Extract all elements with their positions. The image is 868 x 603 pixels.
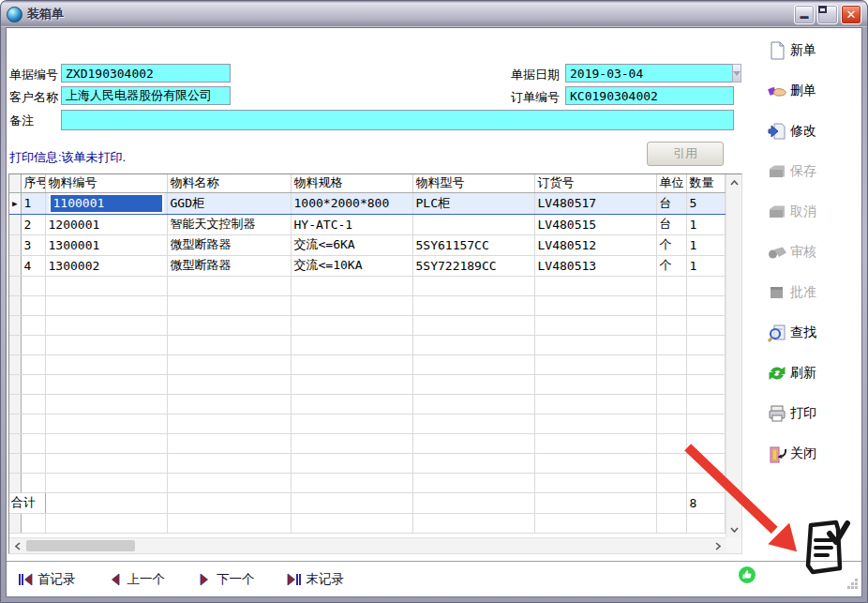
table-row[interactable] <box>9 354 725 374</box>
cell[interactable] <box>412 214 534 234</box>
cell[interactable]: HY-ATC-1 <box>291 214 412 234</box>
cell[interactable]: 1 <box>686 214 725 234</box>
col-header[interactable]: 订货号 <box>534 174 656 192</box>
cell[interactable]: 1 <box>686 255 725 276</box>
col-header[interactable]: 物料名称 <box>167 174 291 192</box>
cell[interactable]: 3 <box>21 234 45 255</box>
client-area: 单据编号 客户名称 备注 单据日期 订单编号 打印信息:该单未打印. 引用 <box>6 27 862 597</box>
cell[interactable]: LV480517 <box>534 192 656 214</box>
col-header[interactable]: 数量 <box>686 174 725 192</box>
doc-date-dropdown-button[interactable] <box>732 64 741 83</box>
refresh-button[interactable]: 刷新 <box>767 362 849 384</box>
table-row[interactable] <box>9 453 725 473</box>
resize-grip[interactable] <box>846 577 859 594</box>
checked-document-icon[interactable] <box>801 518 850 578</box>
save-button[interactable]: 保存 <box>767 160 849 183</box>
col-header[interactable]: 物料型号 <box>412 174 534 192</box>
cell[interactable]: 个 <box>656 234 686 255</box>
active-cell-editor[interactable]: 1100001 <box>49 193 164 214</box>
cell[interactable]: 个 <box>656 255 686 276</box>
cell[interactable]: 1200001 <box>45 214 167 234</box>
col-header[interactable]: 序号 <box>21 174 45 192</box>
cell[interactable]: 1100001 <box>45 192 167 214</box>
cell[interactable]: 5SY722189CC <box>412 255 534 276</box>
cell[interactable]: 5SY61157CC <box>412 234 534 255</box>
col-header[interactable]: 单位 <box>656 174 686 192</box>
scrollbar-thumb[interactable] <box>26 540 135 551</box>
scrollbar-corner <box>726 537 741 553</box>
col-header[interactable]: 物料编号 <box>45 174 167 192</box>
table-row[interactable] <box>9 276 725 295</box>
close-form-button[interactable]: 关闭 <box>767 443 849 465</box>
previous-record-button[interactable]: 上一个 <box>108 571 166 588</box>
find-button[interactable]: 查找 <box>767 322 849 344</box>
next-record-button[interactable]: 下一个 <box>197 571 255 588</box>
cell[interactable]: PLC柜 <box>412 192 534 214</box>
approve-button[interactable]: 批准 <box>767 281 849 304</box>
cell[interactable]: GGD柜 <box>167 192 291 214</box>
cancel-folder-icon <box>767 202 787 222</box>
table-row[interactable] <box>9 315 725 335</box>
last-record-button[interactable]: 末记录 <box>287 571 345 588</box>
remark-input[interactable] <box>61 110 734 130</box>
cancel-button[interactable]: 取消 <box>767 201 849 223</box>
cell[interactable]: 交流<=6KA <box>291 234 412 255</box>
close-button[interactable]: ✕ <box>841 5 861 24</box>
table-row[interactable]: ▶ 1 1100001 GGD柜 1000*2000*800 PLC柜 LV48… <box>9 192 725 214</box>
scroll-up-icon[interactable] <box>726 174 742 190</box>
vertical-scrollbar[interactable] <box>726 174 741 537</box>
col-header[interactable]: 物料规格 <box>291 174 412 192</box>
cell[interactable]: 微型断路器 <box>167 234 291 255</box>
minimize-button[interactable]: ▬ <box>794 5 815 24</box>
doc-no-input[interactable] <box>61 64 231 83</box>
approve-icon <box>767 282 787 303</box>
cell[interactable]: 1000*2000*800 <box>291 192 412 214</box>
cell[interactable]: 智能天文控制器 <box>167 214 291 234</box>
table-row[interactable] <box>9 473 725 492</box>
cell[interactable]: 1 <box>686 234 725 255</box>
table-row[interactable]: 3 1300001 微型断路器 交流<=6KA 5SY61157CC LV480… <box>9 234 725 255</box>
cell[interactable]: LV480512 <box>534 234 656 255</box>
scroll-down-icon[interactable] <box>726 521 742 537</box>
cell[interactable]: 1 <box>21 192 45 214</box>
quote-button[interactable]: 引用 <box>647 142 724 166</box>
table-row[interactable] <box>9 513 725 533</box>
table-row[interactable] <box>9 394 725 414</box>
customer-input[interactable] <box>61 86 231 105</box>
audit-icon <box>767 242 787 263</box>
audit-button[interactable]: 审核 <box>767 241 849 264</box>
scroll-right-icon[interactable] <box>710 538 726 554</box>
cell[interactable]: LV480513 <box>534 255 656 276</box>
total-quantity: 8 <box>686 492 725 513</box>
table-row[interactable]: 2 1200001 智能天文控制器 HY-ATC-1 LV480515 台 1 <box>9 214 725 234</box>
scroll-left-icon[interactable] <box>9 538 25 554</box>
table-row[interactable] <box>9 374 725 394</box>
cell[interactable]: 交流<=10KA <box>291 255 412 276</box>
table-row[interactable] <box>9 335 725 354</box>
table-row[interactable]: 4 1300002 微型断路器 交流<=10KA 5SY722189CC LV4… <box>9 255 725 276</box>
doc-date-combo[interactable] <box>565 64 734 83</box>
first-record-button[interactable]: 首记录 <box>18 571 76 588</box>
table-row[interactable] <box>9 433 725 453</box>
cell[interactable]: 2 <box>21 214 45 234</box>
cell[interactable]: 4 <box>21 255 45 276</box>
cell[interactable]: 台 <box>656 214 686 234</box>
modify-button[interactable]: 修改 <box>767 120 849 143</box>
cell[interactable]: 5 <box>686 192 725 214</box>
cell[interactable]: 1300002 <box>45 255 167 276</box>
delete-doc-button[interactable]: 删单 <box>767 80 849 102</box>
cell[interactable]: LV480515 <box>534 214 656 234</box>
remark-label: 备注 <box>9 113 34 129</box>
maximize-button[interactable] <box>817 5 838 24</box>
new-doc-button[interactable]: 新单 <box>767 39 849 62</box>
edit-icon <box>767 121 787 142</box>
print-button[interactable]: 打印 <box>767 402 849 425</box>
table-row[interactable] <box>9 414 725 433</box>
cell[interactable]: 微型断路器 <box>167 255 291 276</box>
cell[interactable]: 1300001 <box>45 234 167 255</box>
cell[interactable]: 台 <box>656 192 686 214</box>
horizontal-scrollbar[interactable] <box>9 537 726 553</box>
table-row[interactable] <box>9 295 725 315</box>
doc-date-input[interactable] <box>565 64 732 83</box>
order-no-input[interactable] <box>565 86 734 105</box>
